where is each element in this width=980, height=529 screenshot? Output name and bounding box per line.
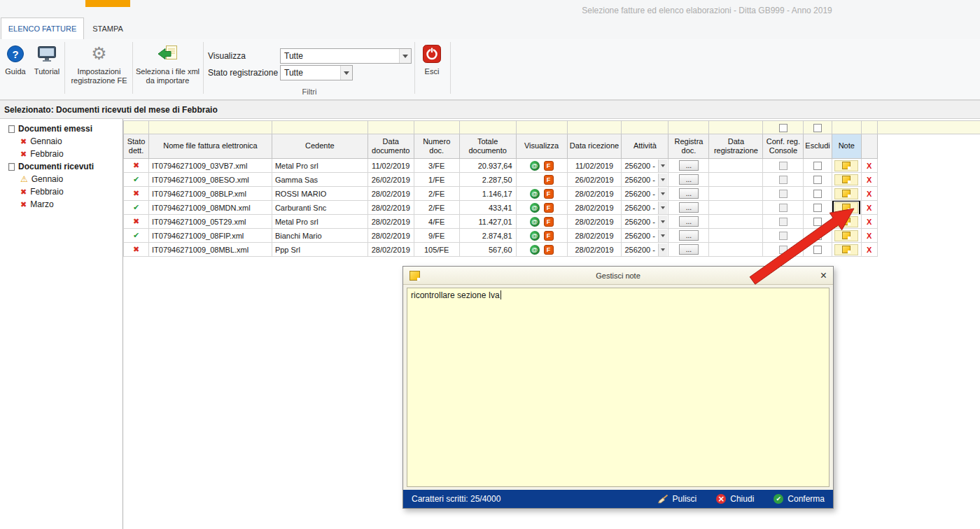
header-data-documento[interactable]: Data documento (368, 134, 414, 159)
attivita-combo[interactable]: 256200 - (622, 202, 667, 214)
registra-doc-button[interactable]: ... (679, 174, 699, 185)
filter-cell-registra[interactable] (668, 121, 709, 134)
tree-item-gennaio[interactable]: Gennaio (0, 173, 122, 185)
attivita-combo[interactable]: 256200 - (622, 216, 667, 228)
header-totale[interactable]: Totale documento (459, 134, 516, 159)
filter-cell-totale[interactable] (459, 121, 516, 134)
registra-doc-button[interactable]: ... (679, 202, 699, 213)
filter-cell-nome-file[interactable] (148, 121, 272, 134)
attivita-combo[interactable]: 256200 - (622, 244, 667, 256)
tree-node[interactable]: Documenti ricevuti (0, 160, 122, 173)
registra-doc-button[interactable]: ... (679, 160, 699, 171)
attivita-dropdown-button[interactable] (658, 174, 667, 186)
tree-item-febbraio[interactable]: Febbraio (0, 185, 122, 198)
filter-escludi-checkbox[interactable] (813, 124, 822, 132)
conf-reg-checkbox[interactable] (779, 232, 788, 240)
fe-file-icon[interactable] (544, 189, 554, 199)
fe-file-icon[interactable] (544, 203, 554, 213)
conf-reg-checkbox[interactable] (779, 218, 788, 226)
delete-note-button[interactable] (867, 176, 872, 184)
pulisci-button[interactable]: Pulisci (657, 494, 697, 504)
escludi-checkbox[interactable] (813, 162, 822, 170)
fe-file-icon[interactable] (544, 245, 554, 255)
header-numero-doc[interactable]: Numero doc. (414, 134, 459, 159)
attivita-combo[interactable]: 256200 - (622, 188, 667, 200)
tutorial-button[interactable]: Tutorial (29, 41, 64, 76)
attivita-dropdown-button[interactable] (658, 244, 667, 256)
guida-button[interactable]: Guida (1, 41, 29, 76)
stato-registrazione-combobox[interactable]: Tutte (280, 65, 353, 80)
registra-doc-button[interactable]: ... (679, 244, 699, 255)
delete-note-button[interactable] (867, 190, 872, 198)
note-button[interactable] (834, 160, 858, 171)
delete-note-button[interactable] (867, 218, 872, 226)
registra-doc-button[interactable]: ... (679, 230, 699, 241)
xml-preview-icon[interactable] (530, 217, 540, 227)
attivita-dropdown-button[interactable] (658, 216, 667, 228)
tab-stampa[interactable]: STAMPA (85, 17, 130, 39)
header-nome-file[interactable]: Nome file fattura elettronica (148, 134, 272, 159)
header-note[interactable]: Note (832, 134, 861, 159)
filter-cell-numero-doc[interactable] (414, 121, 459, 134)
attivita-combo[interactable]: 256200 - (622, 174, 667, 186)
escludi-checkbox[interactable] (813, 218, 822, 226)
filter-cell-cedente[interactable] (272, 121, 368, 134)
tree-item-febbraio[interactable]: Febbraio (0, 148, 122, 160)
registra-doc-button[interactable]: ... (679, 216, 699, 227)
fe-file-icon[interactable] (544, 231, 554, 241)
conf-reg-checkbox[interactable] (779, 204, 788, 212)
note-button[interactable] (834, 244, 858, 255)
delete-note-button[interactable] (867, 204, 872, 212)
close-icon[interactable] (820, 270, 827, 281)
registra-doc-button[interactable]: ... (679, 188, 699, 199)
header-visualizza[interactable]: Visualizza (516, 134, 567, 159)
escludi-checkbox[interactable] (813, 190, 822, 198)
conferma-button[interactable]: Conferma (774, 494, 825, 504)
filter-cell-data-registrazione[interactable] (709, 121, 763, 134)
tree-item-marzo[interactable]: Marzo (0, 198, 122, 211)
conf-reg-checkbox[interactable] (779, 246, 788, 254)
filter-cell-attivita[interactable] (622, 121, 668, 134)
chiudi-button[interactable]: Chiudi (716, 494, 754, 504)
conf-reg-checkbox[interactable] (779, 176, 788, 184)
conf-reg-checkbox[interactable] (779, 162, 788, 170)
xml-preview-icon[interactable] (530, 231, 540, 241)
header-cedente[interactable]: Cedente (272, 134, 368, 159)
fe-file-icon[interactable] (544, 175, 554, 185)
tab-elenco-fatture[interactable]: ELENCO FATTURE (1, 17, 84, 39)
attivita-dropdown-button[interactable] (658, 160, 667, 172)
escludi-checkbox[interactable] (813, 176, 822, 184)
filter-cell-note[interactable] (832, 121, 861, 134)
note-button[interactable] (834, 202, 858, 213)
visualizza-combobox[interactable]: Tutte (280, 48, 412, 64)
fe-file-icon[interactable] (544, 217, 554, 227)
escludi-checkbox[interactable] (813, 204, 822, 212)
fe-file-icon[interactable] (544, 161, 554, 171)
attivita-dropdown-button[interactable] (658, 188, 667, 200)
filter-cell-data-ricezione[interactable] (567, 121, 622, 134)
attivita-dropdown-button[interactable] (658, 202, 667, 214)
xml-preview-icon[interactable] (530, 189, 540, 199)
filter-cell-stato[interactable] (124, 121, 149, 134)
impostazioni-registrazione-button[interactable]: Impostazioni registrazione FE (66, 41, 132, 85)
attivita-dropdown-button[interactable] (658, 230, 667, 242)
attivita-combo[interactable]: 256200 - (622, 230, 667, 242)
tree-item-gennaio[interactable]: Gennaio (0, 135, 122, 148)
combobox-dropdown-button[interactable] (399, 49, 411, 63)
note-button[interactable] (834, 188, 858, 199)
filter-conf-reg-checkbox[interactable] (779, 124, 788, 132)
note-button[interactable] (834, 174, 858, 185)
filter-cell-visualizza[interactable] (516, 121, 567, 134)
header-attivita[interactable]: Attività (622, 134, 668, 159)
note-text-area[interactable]: ricontrollare sezione Iva (407, 288, 830, 487)
delete-note-button[interactable] (867, 232, 872, 240)
header-data-registrazione[interactable]: Data registrazione (709, 134, 763, 159)
xml-preview-icon[interactable] (530, 245, 540, 255)
note-button[interactable] (834, 230, 858, 241)
combobox-dropdown-button[interactable] (340, 66, 352, 80)
header-data-ricezione[interactable]: Data ricezione (567, 134, 622, 159)
attivita-combo[interactable]: 256200 - (622, 160, 667, 172)
delete-note-button[interactable] (867, 246, 872, 254)
filter-cell-delete[interactable] (861, 121, 877, 134)
header-registra-doc[interactable]: Registra doc. (668, 134, 709, 159)
